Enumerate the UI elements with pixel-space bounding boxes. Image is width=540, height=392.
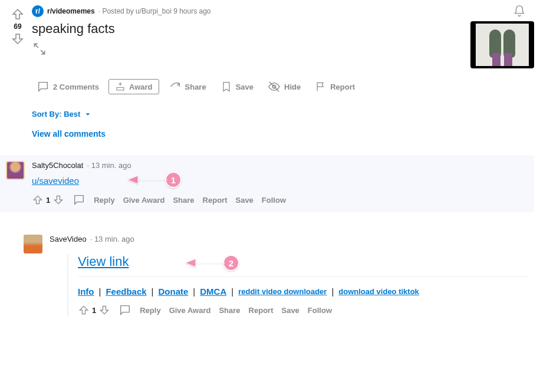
comment-time: · 13 min. ago <box>87 161 131 170</box>
upvote-icon[interactable] <box>11 7 25 21</box>
reply-button[interactable]: Reply <box>94 196 114 205</box>
separator: | <box>193 286 195 297</box>
comment: SaveVideo · 13 min. ago View link 2 Info <box>24 229 534 322</box>
sort-dropdown[interactable]: Sort By: Best <box>32 110 534 118</box>
sort-label: Sort By: Best <box>32 110 80 118</box>
comment: Salty5Chocolat · 13 min. ago u/savevideo… <box>0 155 534 212</box>
hide-button[interactable]: Hide <box>263 77 305 97</box>
follow-button[interactable]: Follow <box>262 196 286 205</box>
annotation-badge: 2 <box>223 255 239 271</box>
comment-icon[interactable] <box>73 193 85 206</box>
separator: | <box>331 286 334 297</box>
bell-icon[interactable] <box>513 5 526 18</box>
follow-button[interactable]: Follow <box>308 306 332 315</box>
post-header: r/ r/videomemes · Posted by u/Burpi_boi … <box>32 5 534 18</box>
award-button[interactable]: Award <box>108 79 159 94</box>
comment-time: · 13 min. ago <box>90 235 134 243</box>
bot-links: Info | Feedback | Donate | DMCA | reddit… <box>78 286 529 297</box>
donate-link[interactable]: Donate <box>159 286 189 297</box>
divider <box>78 276 529 277</box>
share-button[interactable]: Share <box>173 196 194 205</box>
save-button[interactable]: Save <box>281 306 299 315</box>
annotation-arrow-icon <box>126 171 167 189</box>
share-button[interactable]: Share <box>164 77 211 97</box>
feedback-link[interactable]: Feedback <box>106 286 146 297</box>
view-link[interactable]: View link <box>78 254 129 269</box>
share-label: Share <box>185 83 206 91</box>
post-actions: 2 Comments Award Share Save Hide Report <box>32 77 534 97</box>
separator: | <box>231 286 233 297</box>
report-button[interactable]: Report <box>310 77 360 96</box>
mention-link[interactable]: u/savevideo <box>32 176 79 186</box>
save-label: Save <box>236 83 253 91</box>
comments-button[interactable]: 2 Comments <box>32 77 104 97</box>
give-award-button[interactable]: Give Award <box>169 306 211 315</box>
posted-by: · Posted by u/Burpi_boi 9 hours ago <box>98 7 211 15</box>
post-score: 69 <box>14 22 21 31</box>
comment-author[interactable]: Salty5Chocolat <box>32 161 83 170</box>
avatar[interactable] <box>24 235 42 253</box>
give-award-button[interactable]: Give Award <box>123 196 165 205</box>
downvote-icon[interactable] <box>52 194 64 206</box>
avatar[interactable] <box>6 161 25 180</box>
chevron-down-icon <box>84 110 92 118</box>
annotation-badge: 1 <box>165 172 182 188</box>
dmca-link[interactable]: DMCA <box>200 286 226 297</box>
separator: | <box>152 286 154 297</box>
view-all-comments[interactable]: View all comments <box>32 129 534 139</box>
expand-icon[interactable] <box>32 41 47 57</box>
upvote-icon[interactable] <box>78 304 90 316</box>
post-title: speaking facts <box>32 21 466 37</box>
comment-icon[interactable] <box>118 304 131 317</box>
subreddit-link[interactable]: r/videomemes <box>47 7 95 15</box>
info-link[interactable]: Info <box>78 286 94 297</box>
share-button[interactable]: Share <box>219 306 240 315</box>
comment-score: 1 <box>92 306 96 315</box>
post-thumbnail[interactable] <box>470 21 534 68</box>
comment-author[interactable]: SaveVideo <box>50 235 87 243</box>
annotation-arrow-icon <box>184 254 225 272</box>
save-button[interactable]: Save <box>216 77 258 96</box>
award-label: Award <box>129 83 153 91</box>
report-label: Report <box>330 83 355 91</box>
downvote-icon[interactable] <box>98 304 110 316</box>
reply-button[interactable]: Reply <box>140 306 160 315</box>
subreddit-icon[interactable]: r/ <box>32 5 44 17</box>
hide-label: Hide <box>284 83 301 91</box>
report-button[interactable]: Report <box>203 196 228 205</box>
upvote-icon[interactable] <box>32 194 44 206</box>
comments-label: 2 Comments <box>53 83 99 91</box>
reddit-video-downloader-link[interactable]: reddit video downloader <box>238 287 327 296</box>
save-button[interactable]: Save <box>235 196 253 205</box>
report-button[interactable]: Report <box>249 306 274 315</box>
download-video-tiktok-link[interactable]: download video tiktok <box>338 287 419 296</box>
downvote-icon[interactable] <box>11 32 25 46</box>
separator: | <box>99 286 101 297</box>
comment-score: 1 <box>46 196 50 205</box>
